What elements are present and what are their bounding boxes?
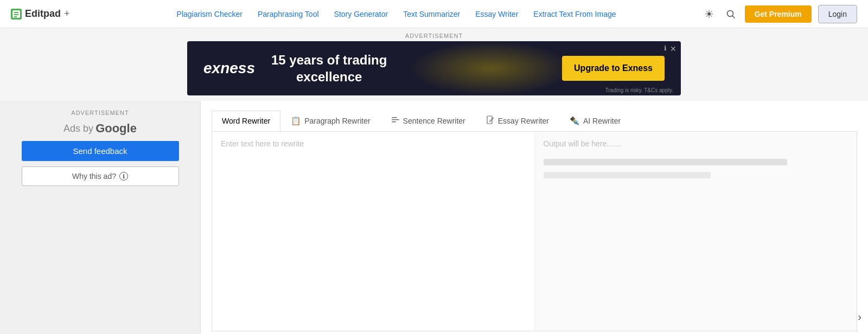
svg-point-4 [727, 10, 733, 16]
why-this-ad-button[interactable]: Why this ad? ℹ [22, 166, 179, 186]
logo-text: Editpad [25, 8, 61, 20]
header-right: ☀ Get Premium Login [701, 5, 857, 23]
editor-area: Enter text here to rewrite Output will b… [212, 132, 857, 331]
sidebar: ADVERTISEMENT Ads by Google Send feedbac… [0, 101, 201, 334]
tab-word-rewriter-label: Word Rewriter [222, 117, 270, 125]
ads-by-text: Ads by [63, 123, 93, 134]
svg-rect-6 [392, 117, 397, 118]
ad-tagline: 15 years of tradingexcellence [271, 52, 387, 85]
svg-rect-8 [392, 121, 396, 123]
theme-toggle-icon[interactable]: ☀ [701, 7, 717, 22]
output-skeleton-line-1 [544, 159, 787, 165]
nav-essay-writer[interactable]: Essay Writer [475, 10, 518, 18]
nav-story-generator[interactable]: Story Generator [334, 10, 388, 18]
nav-extract-text[interactable]: Extract Text From Image [533, 10, 616, 18]
ad-disclaimer: Trading is risky. T&Cs apply. [605, 87, 673, 93]
logo-plus: + [64, 8, 70, 20]
tab-ai-rewriter[interactable]: ✒️ AI Rewriter [559, 110, 631, 131]
nav-links: Plagiarism Checker Paraphrasing Tool Sto… [92, 10, 701, 18]
nav-plagiarism-checker[interactable]: Plagiarism Checker [177, 10, 242, 18]
ads-by-google: Ads by Google [63, 121, 137, 136]
essay-icon [486, 115, 495, 126]
tab-paragraph-rewriter-label: Paragraph Rewriter [304, 117, 370, 125]
ad-info-icon[interactable]: ℹ [664, 44, 667, 52]
ad-banner-wrapper: ADVERTISEMENT exness 15 years of trading… [0, 28, 868, 101]
output-skeleton-line-2 [544, 172, 711, 178]
tool-area: Word Rewriter 📋 Paragraph Rewriter Sente… [201, 101, 868, 334]
why-ad-info-icon: ℹ [119, 172, 128, 181]
tab-sentence-rewriter-label: Sentence Rewriter [403, 117, 465, 125]
svg-rect-3 [14, 16, 17, 17]
svg-rect-7 [392, 119, 399, 120]
tab-paragraph-rewriter[interactable]: 📋 Paragraph Rewriter [280, 110, 380, 131]
send-feedback-button[interactable]: Send feedback [22, 141, 179, 161]
tab-sentence-rewriter[interactable]: Sentence Rewriter [381, 110, 476, 131]
ad-brand-logo: exness [203, 60, 255, 77]
input-placeholder: Enter text here to rewrite [221, 139, 304, 148]
ad-banner[interactable]: exness 15 years of tradingexcellence Upg… [187, 41, 681, 95]
tab-essay-rewriter-label: Essay Rewriter [498, 117, 549, 125]
main-layout: ADVERTISEMENT Ads by Google Send feedbac… [0, 101, 868, 334]
output-pane: Output will be here....... [535, 132, 857, 331]
sentence-icon [391, 115, 400, 126]
ad-close-icon[interactable]: ✕ [670, 44, 676, 53]
tabs: Word Rewriter 📋 Paragraph Rewriter Sente… [212, 110, 857, 132]
tab-word-rewriter[interactable]: Word Rewriter [212, 111, 280, 131]
google-text: Google [95, 121, 137, 136]
tab-ai-rewriter-label: AI Rewriter [583, 117, 621, 125]
logo-area[interactable]: Editpad + [11, 8, 70, 20]
login-button[interactable]: Login [818, 5, 857, 23]
nav-text-summarizer[interactable]: Text Summarizer [403, 10, 460, 18]
get-premium-button[interactable]: Get Premium [745, 5, 812, 23]
svg-line-5 [732, 16, 735, 18]
nav-paraphrasing-tool[interactable]: Paraphrasing Tool [258, 10, 319, 18]
header: Editpad + Plagiarism Checker Paraphrasin… [0, 0, 868, 28]
paragraph-icon: 📋 [291, 116, 301, 126]
why-ad-text: Why this ad? [72, 172, 116, 181]
ad-cta-button[interactable]: Upgrade to Exness [562, 56, 665, 81]
search-icon[interactable] [723, 7, 738, 22]
tab-essay-rewriter[interactable]: Essay Rewriter [476, 110, 559, 131]
svg-rect-2 [14, 14, 18, 15]
sidebar-ad-label: ADVERTISEMENT [71, 110, 129, 116]
output-placeholder: Output will be here....... [544, 139, 848, 148]
logo-icon [11, 9, 22, 20]
input-pane[interactable]: Enter text here to rewrite [212, 132, 535, 331]
ai-icon: ✒️ [570, 116, 580, 126]
ad-banner-label: ADVERTISEMENT [0, 33, 868, 39]
svg-rect-1 [14, 12, 18, 13]
scroll-right-arrow[interactable]: › [858, 311, 861, 323]
